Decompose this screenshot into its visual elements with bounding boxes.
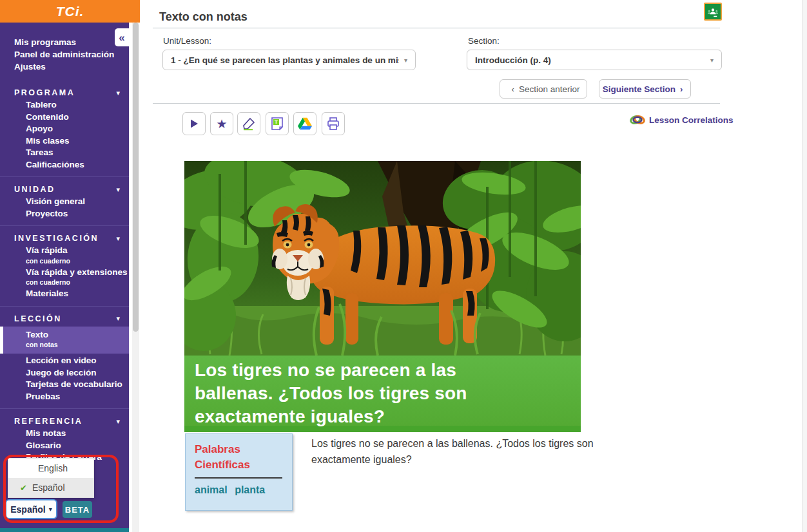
sidebar-item-leccion-en-video[interactable]: Lección en video — [0, 355, 129, 367]
vocab-title-line1: Palabras — [195, 442, 292, 457]
sidebar-item-calificaciones[interactable]: Calificaciónes — [0, 159, 129, 171]
sidebar-item-ajustes[interactable]: Ajustes — [14, 61, 129, 73]
main-content: Texto con notas Unit/Lesson: 1 - ¿En qué… — [140, 0, 807, 532]
brand-header: TCi. — [0, 0, 140, 23]
print-button[interactable] — [322, 112, 345, 135]
sidebar-top-links: Mis programas Panel de administración Aj… — [0, 23, 129, 79]
language-option-espanol[interactable]: ✔ Español — [8, 478, 93, 497]
sidebar-item-mis-clases[interactable]: Mis clases — [0, 135, 129, 147]
note-icon: T — [270, 117, 284, 131]
page-title: Texto con notas — [159, 10, 248, 24]
chevron-right-icon: › — [680, 84, 683, 94]
sidebar-scrollbar[interactable] — [132, 23, 139, 532]
language-menu: English ✔ Español — [8, 458, 94, 498]
language-option-english[interactable]: English — [8, 459, 93, 478]
google-drive-button[interactable] — [293, 112, 316, 135]
previous-section-button[interactable]: ‹ Section anterior — [500, 79, 587, 99]
favorite-button[interactable]: ★ — [210, 112, 233, 135]
chevron-down-icon: ▾ — [116, 185, 120, 194]
chevron-left-icon: ‹ — [512, 84, 514, 94]
collapse-chevrons-icon: « — [119, 32, 124, 43]
page-scrollbar[interactable] — [802, 0, 807, 532]
highlighter-button[interactable] — [237, 112, 260, 135]
tci-logo: TCi. — [56, 4, 84, 19]
sidebar-item-texto-con-notas-selected[interactable]: Texto con notas — [0, 327, 129, 354]
chevron-down-icon: ▾ — [116, 417, 120, 426]
google-classroom-share-button[interactable] — [704, 3, 722, 21]
figure-caption-band: Los tigres no se parecen a las ballenas.… — [184, 356, 581, 426]
sidebar-item-pruebas[interactable]: Pruebas — [0, 391, 129, 403]
chevron-down-icon: ▾ — [116, 314, 120, 323]
bottom-teal-bar — [0, 528, 129, 532]
sidebar-item-glosario[interactable]: Glosario — [0, 440, 129, 452]
vocab-title-line2: Científicas — [195, 457, 292, 473]
google-drive-icon — [298, 117, 312, 130]
section-select[interactable]: Introducción (p. 4) ▾ — [467, 50, 722, 70]
section-header-referencia[interactable]: REFERENCIA ▾ — [0, 414, 129, 428]
toolbar-divider — [153, 103, 720, 104]
printer-icon — [326, 117, 340, 131]
chevron-down-icon: ▾ — [116, 89, 120, 97]
checkmark-icon: ✔ — [20, 483, 27, 493]
sidebar-item-contenido[interactable]: Contenido — [0, 111, 129, 124]
sidebar-item-via-rapida-extensiones[interactable]: Vía rápida y extensiones con cuaderno — [0, 267, 129, 287]
vocab-words: animal planta — [195, 484, 292, 496]
svg-text:T: T — [275, 119, 278, 125]
tiger-photo — [184, 161, 581, 356]
science-words-box: Palabras Científicas animal planta — [185, 433, 293, 511]
chevron-down-icon: ▾ — [710, 57, 714, 64]
section-label: Section: — [468, 36, 500, 46]
sidebar-item-panel-administracion[interactable]: Panel de administración — [14, 48, 129, 61]
sidebar-item-proyectos[interactable]: Proyectos — [0, 208, 129, 220]
sidebar-item-vision-general[interactable]: Visión general — [0, 196, 129, 208]
sidebar-divider — [0, 408, 129, 409]
section-header-programa[interactable]: PROGRAMA ▾ — [0, 86, 129, 99]
beta-badge: BETA — [63, 501, 92, 518]
sidebar-nav: « Mis programas Panel de administración … — [0, 23, 129, 532]
sidebar-item-tablero[interactable]: Tablero — [0, 99, 129, 111]
sidebar-item-via-rapida[interactable]: Vía rápida con cuaderno — [0, 245, 129, 265]
app-window: TCi. « Mis programas Panel de administra… — [0, 0, 807, 532]
play-narration-button[interactable] — [182, 112, 206, 135]
chevron-down-icon: ▾ — [49, 506, 52, 513]
highlighter-icon — [242, 117, 256, 131]
vocab-divider — [195, 477, 282, 479]
correlation-rings-icon — [630, 113, 645, 126]
play-icon — [189, 119, 199, 129]
section-header-leccion[interactable]: LECCIÓN ▾ — [0, 312, 129, 325]
selected-indicator-bar — [0, 327, 3, 354]
unit-lesson-select[interactable]: 1 - ¿En qué se parecen las plantas y ani… — [162, 50, 416, 70]
sidebar-divider — [0, 306, 129, 307]
sidebar-item-apoyo[interactable]: Apoyo — [0, 123, 129, 135]
sidebar-item-juego-de-leccion[interactable]: Juego de lección — [0, 367, 129, 379]
sidebar-item-mis-programas[interactable]: Mis programas — [14, 36, 129, 48]
lesson-body-text: Los tigres no se parecen a las ballenas.… — [311, 435, 601, 468]
section-header-investigacion[interactable]: INVESTIGACIÓN ▾ — [0, 231, 129, 245]
sidebar-item-tareas[interactable]: Tareas — [0, 147, 129, 159]
figure-caption-text: Los tigres no se parecen a las ballenas.… — [195, 359, 522, 428]
sidebar-section-unidad: UNIDAD ▾ Visión general Proyectos — [0, 182, 129, 220]
google-classroom-icon — [706, 5, 719, 18]
sidebar-item-mis-notas[interactable]: Mis notas — [0, 428, 129, 440]
sidebar-section-investigacion: INVESTIGACIÓN ▾ Vía rápida con cuaderno … — [0, 231, 129, 300]
sidebar-divider — [0, 225, 129, 226]
sidebar-item-materiales[interactable]: Materiales — [0, 288, 129, 300]
chevron-down-icon: ▾ — [404, 57, 407, 64]
next-section-button[interactable]: Siguiente Section › — [599, 79, 691, 99]
unit-lesson-label: Unit/Lesson: — [163, 36, 211, 46]
add-note-button[interactable]: T — [266, 112, 289, 135]
sidebar-divider — [0, 176, 129, 177]
scrollbar-thumb[interactable] — [133, 23, 139, 332]
language-dropdown-button[interactable]: Español ▾ — [5, 499, 57, 519]
lesson-correlations-link[interactable]: Lesson Correlations — [630, 113, 734, 126]
sidebar-section-leccion: LECCIÓN ▾ Texto con notas Lección en vid… — [0, 312, 129, 403]
sidebar-collapse-button[interactable]: « — [115, 28, 129, 46]
sidebar-section-programa: PROGRAMA ▾ Tablero Contenido Apoyo Mis c… — [0, 86, 129, 171]
section-header-unidad[interactable]: UNIDAD ▾ — [0, 182, 129, 196]
lesson-figure: Los tigres no se parecen a las ballenas.… — [184, 161, 581, 432]
sidebar-item-tarjetas-vocabulario[interactable]: Tarjetas de vocabulario — [0, 379, 129, 391]
chevron-down-icon: ▾ — [116, 234, 120, 243]
title-divider — [153, 28, 720, 28]
star-icon: ★ — [216, 118, 227, 130]
